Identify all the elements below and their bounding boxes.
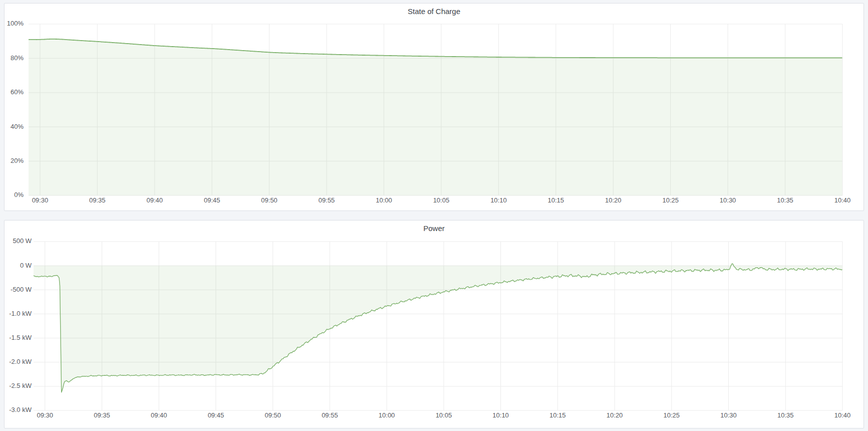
svg-text:09:35: 09:35	[89, 196, 106, 204]
svg-text:09:30: 09:30	[32, 196, 49, 204]
svg-text:-500 W: -500 W	[11, 286, 32, 293]
svg-text:09:40: 09:40	[151, 411, 167, 419]
svg-text:-3.0 kW: -3.0 kW	[9, 406, 32, 413]
svg-text:10:20: 10:20	[607, 411, 623, 419]
svg-text:09:30: 09:30	[37, 411, 53, 419]
svg-text:500 W: 500 W	[13, 237, 32, 245]
svg-text:-1.0 kW: -1.0 kW	[9, 310, 32, 317]
svg-text:10:25: 10:25	[664, 411, 680, 419]
x-axis-labels: 09:3009:3509:4009:4509:5009:5510:0010:05…	[37, 411, 850, 419]
panel-power: Power 500 W0 W-500 W-1.0 kW-1.5 kW-2.0 k…	[4, 220, 864, 428]
svg-text:10:15: 10:15	[548, 196, 564, 204]
svg-text:10:35: 10:35	[777, 196, 793, 204]
area-fill	[29, 39, 842, 195]
svg-text:09:50: 09:50	[261, 196, 277, 204]
svg-text:-1.5 kW: -1.5 kW	[9, 334, 32, 341]
svg-text:0 W: 0 W	[20, 262, 32, 269]
dashboard: { "page": { "background_color": "#f3f5f8…	[0, 0, 868, 431]
svg-text:10:35: 10:35	[777, 411, 794, 419]
svg-text:09:50: 09:50	[264, 411, 281, 419]
svg-text:80%: 80%	[11, 54, 24, 62]
svg-text:10:00: 10:00	[379, 411, 395, 419]
panel-title-power[interactable]: Power	[5, 221, 863, 236]
svg-text:-2.5 kW: -2.5 kW	[9, 382, 32, 389]
svg-text:0%: 0%	[14, 191, 24, 198]
x-axis-labels: 09:3009:3509:4009:4509:5009:5510:0010:05…	[32, 196, 851, 204]
state-of-charge-chart-canvas[interactable]: 0%20%40%60%80%100%09:3009:3509:4009:4509…	[5, 19, 863, 210]
svg-text:20%: 20%	[11, 157, 24, 164]
power-chart-canvas[interactable]: 500 W0 W-500 W-1.0 kW-1.5 kW-2.0 kW-2.5 …	[5, 236, 863, 428]
svg-text:09:40: 09:40	[147, 196, 163, 204]
y-axis-labels: 500 W0 W-500 W-1.0 kW-1.5 kW-2.0 kW-2.5 …	[9, 237, 32, 413]
svg-text:10:05: 10:05	[436, 411, 452, 419]
svg-text:10:05: 10:05	[433, 196, 450, 204]
svg-text:10:30: 10:30	[720, 411, 737, 419]
panel-title-state-of-charge[interactable]: State of Charge	[5, 4, 863, 19]
svg-text:10:40: 10:40	[834, 411, 851, 419]
svg-text:09:55: 09:55	[322, 411, 338, 419]
svg-text:10:25: 10:25	[662, 196, 679, 204]
svg-text:10:40: 10:40	[834, 196, 851, 204]
svg-text:100%: 100%	[7, 20, 24, 27]
svg-text:09:55: 09:55	[319, 196, 335, 204]
svg-text:10:10: 10:10	[492, 411, 509, 419]
svg-text:60%: 60%	[11, 88, 24, 96]
svg-text:10:20: 10:20	[605, 196, 622, 204]
svg-text:09:45: 09:45	[204, 196, 220, 204]
svg-text:10:10: 10:10	[490, 196, 507, 204]
svg-text:-2.0 kW: -2.0 kW	[9, 358, 32, 365]
svg-text:10:30: 10:30	[720, 196, 736, 204]
svg-text:09:35: 09:35	[94, 411, 110, 419]
y-axis-labels: 0%20%40%60%80%100%	[7, 20, 24, 198]
svg-text:40%: 40%	[11, 123, 24, 130]
svg-text:10:15: 10:15	[549, 411, 566, 419]
svg-text:10:00: 10:00	[376, 196, 392, 204]
panel-state-of-charge: State of Charge 0%20%40%60%80%100%09:300…	[4, 3, 864, 211]
svg-text:09:45: 09:45	[208, 411, 224, 419]
area-fill	[34, 264, 842, 392]
